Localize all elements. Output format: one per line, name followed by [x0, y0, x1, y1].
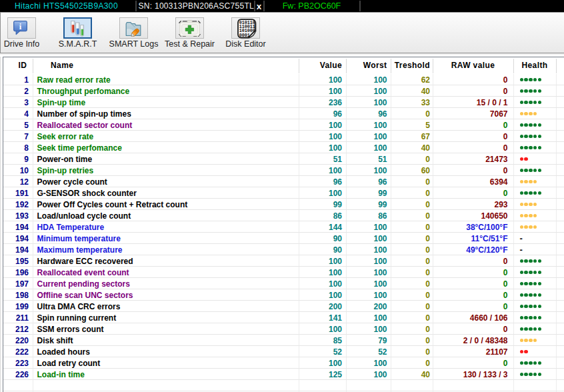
svg-text:i: i — [19, 22, 22, 31]
svg-text:0001: 0001 — [239, 33, 250, 38]
